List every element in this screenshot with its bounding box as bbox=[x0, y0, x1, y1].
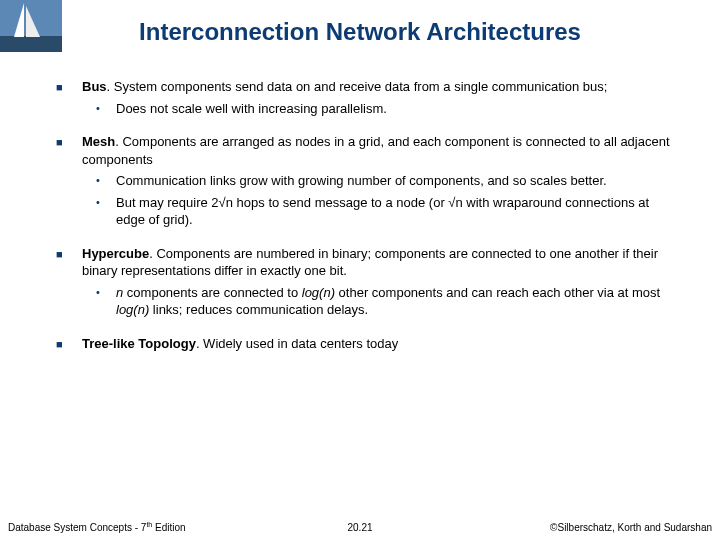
subbullet-icon: • bbox=[96, 284, 116, 319]
bullet-icon: ■ bbox=[56, 78, 82, 119]
bullet-text: Mesh. Components are arranged as nodes i… bbox=[82, 134, 670, 167]
subbullet-text: But may require 2√n hops to send message… bbox=[116, 194, 674, 229]
bullet-icon: ■ bbox=[56, 335, 82, 353]
subbullet-icon: • bbox=[96, 194, 116, 229]
bullet-text: Bus. System components send data on and … bbox=[82, 79, 607, 94]
bullet-text: Tree-like Topology. Widely used in data … bbox=[82, 336, 398, 351]
subbullet-text: n components are connected to log(n) oth… bbox=[116, 284, 674, 319]
footer-right: ©Silberschatz, Korth and Sudarshan bbox=[550, 522, 712, 533]
bullet-text: Hypercube. Components are numbered in bi… bbox=[82, 246, 658, 279]
subbullet-icon: • bbox=[96, 172, 116, 190]
subbullet-text: Communication links grow with growing nu… bbox=[116, 172, 674, 190]
bullet-icon: ■ bbox=[56, 245, 82, 321]
subbullet-icon: • bbox=[96, 100, 116, 118]
slide-title: Interconnection Network Architectures bbox=[0, 18, 720, 46]
slide-body: ■ Bus. System components send data on an… bbox=[56, 78, 674, 359]
bullet-icon: ■ bbox=[56, 133, 82, 231]
subbullet-text: Does not scale well with increasing para… bbox=[116, 100, 674, 118]
